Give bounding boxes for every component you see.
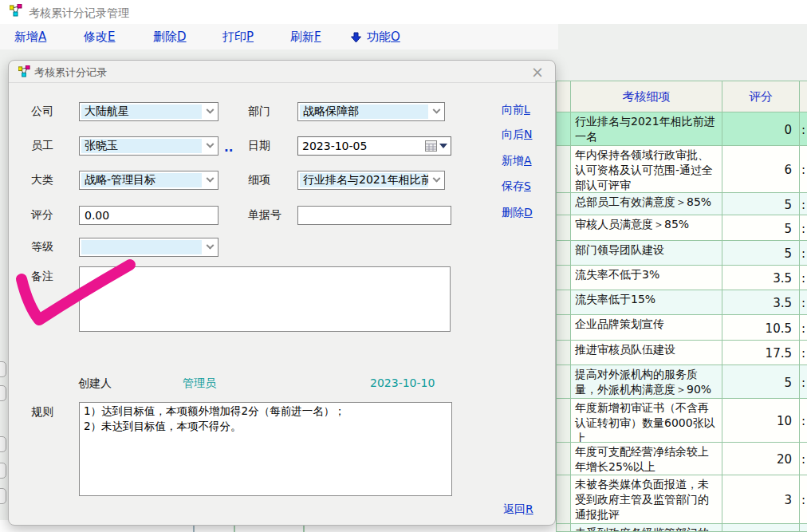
creator-label: 创建人 xyxy=(78,376,112,391)
score-cell: 10.5 xyxy=(722,315,800,340)
close-icon[interactable]: × xyxy=(531,63,544,81)
row-header-cell xyxy=(557,341,571,365)
row-header-cell xyxy=(557,193,571,215)
row-header-cell xyxy=(557,266,571,290)
calendar-icon[interactable] xyxy=(423,139,439,153)
delete-button[interactable]: 删除D xyxy=(502,206,533,220)
detail-value: 行业排名与2021年相比前 xyxy=(300,173,428,187)
category-value: 战略-管理目标 xyxy=(81,173,202,187)
grid-line-fragment xyxy=(193,526,195,532)
clipped-column-cell: : xyxy=(800,215,807,240)
score-cell: 6 xyxy=(722,146,800,192)
add-button[interactable]: 新增A xyxy=(502,154,532,168)
toolbar-refresh-button[interactable]: 刷新F xyxy=(290,30,321,45)
toolbar-function-menu[interactable]: 功能O xyxy=(367,30,400,45)
clipped-column-cell: : xyxy=(800,266,807,290)
department-value: 战略保障部 xyxy=(300,104,428,119)
company-select[interactable]: 大陆航星 xyxy=(79,102,218,121)
assessment-item-cell: 总部员工有效满意度＞85% xyxy=(571,193,722,215)
assessment-item-cell: 提高对外派机构的服务质量，外派机构满意度＞90% xyxy=(571,365,722,398)
creator-date: 2023-10-10 xyxy=(370,376,435,389)
chevron-down-icon[interactable] xyxy=(428,171,444,189)
clipped-column-cell: : xyxy=(800,475,807,523)
table-row[interactable]: 年度新增初审证书（不含再认证转初审）数量6000张以上10: xyxy=(557,399,807,443)
table-row[interactable]: 行业排名与2021年相比前进一名0: xyxy=(557,112,807,146)
assessment-item-cell: 年度可支配经营净结余较上年增长25%以上 xyxy=(571,443,722,475)
department-select[interactable]: 战略保障部 xyxy=(297,102,445,121)
dialog-icon xyxy=(18,65,30,81)
row-header-cell xyxy=(557,524,571,532)
score-cell: 10 xyxy=(722,399,800,442)
clipped-column-cell: : xyxy=(800,443,807,475)
department-label: 部门 xyxy=(248,104,270,119)
row-header-cell xyxy=(557,241,571,265)
clipped-column-cell: : xyxy=(800,399,807,442)
clipped-column-cell: : xyxy=(800,365,807,398)
score-cell: 17.5 xyxy=(722,341,800,365)
back-button[interactable]: 返回R xyxy=(503,502,533,517)
clipped-column-cell: : xyxy=(800,193,807,215)
assessment-item-cell: 部门领导团队建设 xyxy=(571,241,722,265)
rule-textarea[interactable]: 1）达到目标值，本项额外增加得2分（每前进一名）； 2）未达到目标值，本项不得分… xyxy=(79,402,452,496)
prev-button[interactable]: 向前L xyxy=(502,103,530,117)
table-row[interactable]: 年内保持各领域行政审批、认可资格及认可范围-通过全部认可评审6: xyxy=(557,146,807,193)
grade-select[interactable] xyxy=(79,238,218,257)
row-header-cell xyxy=(557,475,571,523)
detail-label: 细项 xyxy=(248,173,270,187)
table-row[interactable]: 流失率低于15%3.5: xyxy=(557,290,807,315)
company-label: 公司 xyxy=(31,104,53,119)
remark-textarea[interactable] xyxy=(79,266,451,332)
date-picker[interactable]: 2023-10-05 xyxy=(297,136,451,156)
detail-select[interactable]: 行业排名与2021年相比前 xyxy=(297,171,445,190)
column-header-score: 评分 xyxy=(722,81,800,112)
table-row[interactable]: 提高对外派机构的服务质量，外派机构满意度＞90%5: xyxy=(557,365,807,399)
toolbar-add-button[interactable]: 新增A xyxy=(14,30,46,45)
employee-select[interactable]: 张晓玉 xyxy=(79,136,218,156)
employee-browse-button[interactable]: .. xyxy=(224,140,233,155)
next-button[interactable]: 向后N xyxy=(502,128,532,142)
table-row[interactable]: 审核人员满意度＞85%5: xyxy=(557,215,807,241)
row-header-cell xyxy=(557,81,571,112)
table-row[interactable]: 推进审核员队伍建设17.5: xyxy=(557,341,807,365)
chevron-down-icon[interactable] xyxy=(428,103,444,120)
table-row[interactable]: 未受到政府各级监管部门的: xyxy=(557,524,807,532)
category-label: 大类 xyxy=(31,173,53,187)
score-input[interactable] xyxy=(79,206,218,225)
table-row[interactable]: 企业品牌策划宣传10.5: xyxy=(557,315,807,341)
table-row[interactable]: 未被各类媒体负面报道，未受到政府主管及监管部门的通报批评3: xyxy=(557,475,807,524)
toolbar-delete-button[interactable]: 删除D xyxy=(153,30,187,45)
chevron-down-icon[interactable] xyxy=(202,238,218,256)
grade-value xyxy=(81,240,202,254)
clipped-column-cell: : xyxy=(800,112,807,145)
save-button[interactable]: 保存S xyxy=(502,179,531,194)
category-select[interactable]: 战略-管理目标 xyxy=(79,171,218,190)
app-icon xyxy=(10,4,22,20)
chevron-down-icon[interactable] xyxy=(202,137,218,155)
row-header-cell xyxy=(557,399,571,442)
date-label: 日期 xyxy=(248,139,270,153)
chevron-down-icon[interactable] xyxy=(202,171,218,189)
chevron-down-icon[interactable] xyxy=(202,103,218,120)
clipped-control-fragment xyxy=(0,361,6,377)
row-header-cell xyxy=(557,215,571,240)
table-row[interactable]: 部门领导团队建设5: xyxy=(557,241,807,266)
table-row[interactable]: 总部员工有效满意度＞85%5: xyxy=(557,193,807,215)
column-header-item: 考核细项 xyxy=(571,81,722,112)
score-cell: 0 xyxy=(722,112,800,145)
doc-no-input[interactable] xyxy=(297,206,451,225)
doc-no-label: 单据号 xyxy=(248,208,281,223)
grid-line-fragment xyxy=(234,526,235,532)
date-dropdown-icon[interactable] xyxy=(439,144,447,148)
clipped-column-cell: : xyxy=(800,315,807,340)
toolbar-edit-button[interactable]: 修改E xyxy=(84,30,115,45)
score-cell: 5 xyxy=(722,215,800,240)
clipped-control-fragment xyxy=(0,463,6,479)
table-row[interactable]: 年度可支配经营净结余较上年增长25%以上20: xyxy=(557,443,807,475)
toolbar-print-button[interactable]: 打印P xyxy=(222,30,254,45)
rule-label: 规则 xyxy=(31,405,53,420)
table-row[interactable]: 流失率不低于3%3.5: xyxy=(557,266,807,290)
assessment-item-cell: 行业排名与2021年相比前进一名 xyxy=(571,112,722,145)
clipped-control-fragment xyxy=(0,488,6,504)
creator-name: 管理员 xyxy=(183,376,216,391)
dialog-title: 考核累计分记录 xyxy=(34,65,107,80)
